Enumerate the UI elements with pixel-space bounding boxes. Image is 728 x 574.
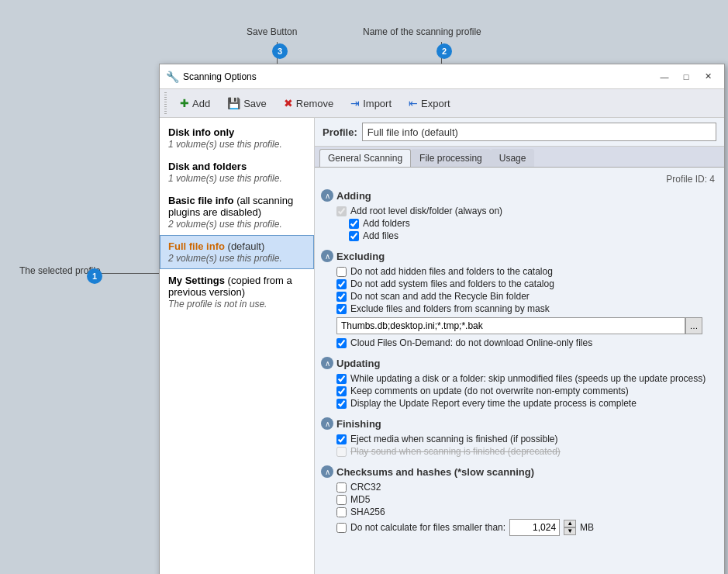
- excluding-system-checkbox[interactable]: [336, 279, 347, 289]
- section-updating-header[interactable]: ∧ Updating: [321, 357, 718, 369]
- tabs-bar: General Scanning File processing Usage: [315, 147, 724, 168]
- checksums-md5-checkbox[interactable]: [336, 495, 347, 505]
- mask-input[interactable]: [336, 317, 685, 334]
- mask-row: …: [336, 317, 702, 334]
- excluding-recycle-checkbox[interactable]: [336, 292, 347, 302]
- excluding-cloud-label: Cloud Files On-Demand: do not download O…: [350, 337, 592, 348]
- section-excluding-header[interactable]: ∧ Excluding: [321, 250, 718, 262]
- finishing-eject-label: Eject media when scanning is finished (i…: [350, 434, 557, 444]
- updating-toggle: ∧: [321, 357, 333, 369]
- finishing-eject-checkbox[interactable]: [336, 434, 347, 444]
- profile-item-basic-file-info[interactable]: Basic file info (all scanning plugins ar…: [160, 189, 314, 235]
- profile-item-disk-info-only[interactable]: Disk info only 1 volume(s) use this prof…: [160, 121, 314, 155]
- badge-profile: 2: [436, 43, 452, 59]
- updating-report-label: Display the Update Report every time the…: [350, 398, 637, 409]
- section-excluding: ∧ Excluding Do not add hidden files and …: [321, 250, 718, 349]
- profile-desc-disk-folders: 1 volume(s) use this profile.: [168, 173, 305, 184]
- spin-controls: ▲ ▼: [564, 520, 576, 535]
- profile-name-basic: Basic file info (all scanning plugins ar…: [168, 195, 305, 218]
- adding-folders-checkbox[interactable]: [349, 219, 359, 229]
- save-label: Save: [243, 98, 267, 109]
- close-button[interactable]: ✕: [698, 69, 718, 85]
- updating-skip-row: While updating a disk or a folder: skip …: [321, 372, 718, 385]
- section-finishing-header[interactable]: ∧ Finishing: [321, 417, 718, 430]
- profile-name-disk-info: Disk info only: [168, 126, 305, 138]
- maximize-button[interactable]: □: [676, 69, 696, 85]
- profile-id: Profile ID: 4: [321, 172, 718, 186]
- import-button[interactable]: ⇥ Import: [343, 94, 399, 112]
- checksums-sha256-checkbox[interactable]: [336, 507, 347, 517]
- section-finishing: ∧ Finishing Eject media when scanning is…: [321, 417, 718, 458]
- updating-skip-checkbox[interactable]: [336, 374, 347, 384]
- export-button[interactable]: ⇤ Export: [402, 94, 457, 112]
- save-button[interactable]: 💾 Save: [220, 94, 274, 112]
- title-bar: 🔧 Scanning Options — □ ✕: [160, 64, 724, 89]
- excluding-hidden-label: Do not add hidden files and folders to t…: [350, 266, 553, 277]
- excluding-system-row: Do not add system files and folders to t…: [321, 278, 718, 290]
- spin-up-button[interactable]: ▲: [564, 520, 576, 527]
- content-area[interactable]: Profile ID: 4 ∧ Adding Add root level di…: [315, 168, 724, 574]
- section-checksums: ∧ Checksums and hashes (*slow scanning) …: [321, 465, 718, 537]
- profile-name-annotation: Name of the scanning profile: [363, 26, 481, 37]
- updating-comments-checkbox[interactable]: [336, 386, 347, 396]
- toolbar-separator: [164, 92, 167, 114]
- excluding-title: Excluding: [336, 251, 385, 262]
- excluding-mask-label: Exclude files and folders from scanning …: [350, 303, 550, 314]
- tab-general-scanning[interactable]: General Scanning: [319, 149, 411, 167]
- toolbar: ✚ Add 💾 Save ✖ Remove ⇥ Import ⇤ Export: [160, 89, 724, 118]
- finishing-sound-row: Play sound when scanning is finished (de…: [321, 445, 718, 458]
- checksums-title: Checksums and hashes (*slow scanning): [336, 466, 534, 478]
- remove-icon: ✖: [284, 97, 293, 109]
- section-adding-header[interactable]: ∧ Adding: [321, 189, 718, 202]
- updating-comments-label: Keep comments on update (do not overwrit…: [350, 386, 629, 396]
- tab-file-processing[interactable]: File processing: [411, 149, 491, 167]
- adding-root-checkbox: [336, 206, 347, 216]
- minimize-button[interactable]: —: [654, 69, 675, 85]
- excluding-hidden-checkbox[interactable]: [336, 267, 347, 277]
- badge-selected: 1: [87, 268, 102, 284]
- excluding-mask-row: Exclude files and folders from scanning …: [321, 303, 718, 315]
- section-checksums-header[interactable]: ∧ Checksums and hashes (*slow scanning): [321, 465, 718, 478]
- right-panel: Profile: General Scanning File processin…: [315, 118, 724, 574]
- finishing-title: Finishing: [336, 418, 381, 430]
- add-icon: ✚: [180, 97, 189, 109]
- checksums-minsize-value[interactable]: [509, 519, 560, 536]
- spin-down-button[interactable]: ▼: [564, 527, 576, 535]
- adding-files-checkbox[interactable]: [349, 231, 359, 241]
- excluding-hidden-row: Do not add hidden files and folders to t…: [321, 265, 718, 278]
- excluding-cloud-checkbox[interactable]: [336, 338, 347, 348]
- profile-name-input[interactable]: [362, 123, 716, 141]
- profile-desc-full: 2 volume(s) use this profile.: [168, 253, 305, 264]
- mask-button[interactable]: …: [685, 317, 702, 334]
- remove-button[interactable]: ✖ Remove: [277, 94, 340, 112]
- excluding-cloud-row: Cloud Files On-Demand: do not download O…: [321, 337, 718, 349]
- profile-name-disk-folders: Disk and folders: [168, 161, 305, 172]
- updating-report-checkbox[interactable]: [336, 399, 347, 409]
- adding-files-label: Add files: [363, 230, 399, 241]
- updating-title: Updating: [336, 358, 380, 369]
- checksums-crc32-label: CRC32: [350, 482, 381, 493]
- profile-item-disk-and-folders[interactable]: Disk and folders 1 volume(s) use this pr…: [160, 155, 314, 189]
- tab-usage[interactable]: Usage: [491, 149, 535, 167]
- finishing-sound-label: Play sound when scanning is finished (de…: [350, 446, 561, 457]
- export-label: Export: [421, 98, 450, 109]
- profile-item-full-file-info[interactable]: Full file info (default) 2 volume(s) use…: [160, 235, 314, 269]
- profile-desc-disk-info: 1 volume(s) use this profile.: [168, 139, 305, 150]
- checksums-crc32-checkbox[interactable]: [336, 482, 347, 493]
- updating-report-row: Display the Update Report every time the…: [321, 397, 718, 410]
- adding-folders-label: Add folders: [363, 218, 410, 229]
- window-title: Scanning Options: [183, 71, 654, 82]
- excluding-system-label: Do not add system files and folders to t…: [350, 278, 554, 289]
- excluding-recycle-label: Do not scan and add the Recycle Bin fold…: [350, 291, 530, 302]
- excluding-mask-checkbox[interactable]: [336, 304, 347, 314]
- import-label: Import: [363, 98, 392, 109]
- scanning-options-window: 🔧 Scanning Options — □ ✕ ✚ Add 💾 Save ✖ …: [159, 64, 725, 574]
- add-button[interactable]: ✚ Add: [173, 94, 217, 112]
- profile-name-my-settings: My Settings (copied from a previous vers…: [168, 275, 305, 298]
- checksums-minsize-row: Do not calculate for files smaller than:…: [321, 518, 718, 537]
- profile-item-my-settings[interactable]: My Settings (copied from a previous vers…: [160, 269, 314, 315]
- adding-toggle: ∧: [321, 189, 333, 202]
- checksums-minsize-checkbox[interactable]: [336, 523, 347, 533]
- add-label: Add: [192, 98, 210, 109]
- checksums-sha256-label: SHA256: [350, 507, 385, 517]
